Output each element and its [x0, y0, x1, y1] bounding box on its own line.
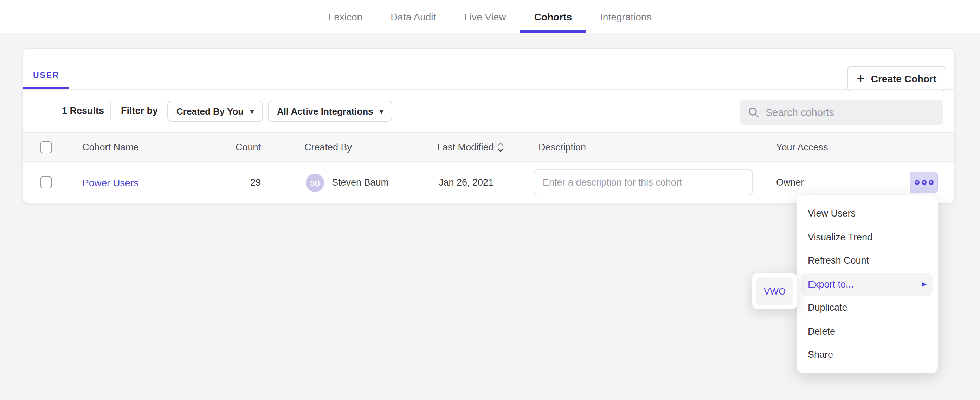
last-modified-label: Last Modified: [437, 142, 494, 153]
submenu-arrow-icon: ▶: [922, 281, 927, 288]
more-options-icon: [928, 180, 933, 185]
top-nav: Lexicon Data Audit Live View Cohorts Int…: [0, 0, 980, 33]
last-modified-date: Jan 26, 2021: [439, 177, 493, 188]
create-cohort-button[interactable]: + Create Cohort: [847, 66, 946, 91]
menu-item-delete[interactable]: Delete: [797, 320, 938, 343]
integrations-filter-dropdown[interactable]: All Active Integrations ▾: [268, 100, 392, 122]
sort-icon[interactable]: [497, 142, 504, 153]
search-cohorts-input[interactable]: [765, 107, 935, 118]
column-header-cohort-name[interactable]: Cohort Name: [82, 142, 139, 153]
cohorts-panel: USER + Create Cohort 1 Results Filter by…: [22, 48, 955, 203]
menu-item-duplicate[interactable]: Duplicate: [797, 296, 938, 320]
results-count: 1 Results: [62, 105, 104, 116]
menu-item-export-to[interactable]: Export to... ▶: [802, 273, 933, 296]
column-header-count[interactable]: Count: [212, 142, 261, 153]
tab-user[interactable]: USER: [23, 63, 68, 90]
tab-cohorts[interactable]: Cohorts: [520, 0, 586, 33]
export-to-label: Export to...: [808, 279, 854, 290]
menu-item-refresh-count[interactable]: Refresh Count: [797, 249, 938, 273]
created-by-filter-dropdown[interactable]: Created By You ▾: [167, 100, 263, 122]
cohort-name-link[interactable]: Power Users: [82, 177, 138, 188]
caret-down-icon: ▾: [250, 107, 254, 115]
page: Lexicon Data Audit Live View Cohorts Int…: [0, 0, 980, 400]
table-header-row: Cohort Name Count Created By Last Modifi…: [23, 132, 954, 162]
tab-integrations[interactable]: Integrations: [586, 0, 665, 33]
row-actions-button[interactable]: [910, 172, 938, 193]
avatar: SB: [306, 174, 324, 192]
search-cohorts-box: [740, 100, 943, 125]
column-header-last-modified[interactable]: Last Modified: [437, 142, 504, 153]
created-by-name: Steven Baum: [332, 177, 389, 188]
caret-down-icon: ▾: [380, 107, 383, 115]
description-input[interactable]: [543, 177, 744, 188]
cohort-count: 29: [212, 177, 261, 188]
search-icon: [748, 107, 759, 118]
more-options-icon: [921, 180, 926, 185]
menu-item-visualize-trend[interactable]: Visualize Trend: [797, 225, 938, 249]
menu-item-share[interactable]: Share: [797, 343, 938, 367]
submenu-item-vwo[interactable]: VWO: [756, 277, 793, 305]
access-value: Owner: [776, 177, 804, 188]
export-submenu: VWO: [752, 273, 797, 309]
create-cohort-label: Create Cohort: [871, 73, 937, 84]
integrations-filter-label: All Active Integrations: [277, 106, 373, 116]
more-options-icon: [914, 180, 919, 185]
created-by-filter-label: Created By You: [177, 106, 243, 116]
plus-icon: +: [857, 71, 865, 85]
row-checkbox[interactable]: [40, 177, 52, 188]
tab-data-audit[interactable]: Data Audit: [377, 0, 450, 33]
tab-lexicon[interactable]: Lexicon: [315, 0, 377, 33]
menu-item-view-users[interactable]: View Users: [797, 202, 938, 225]
column-header-created-by[interactable]: Created By: [304, 142, 352, 153]
card-divider: [23, 89, 954, 90]
filter-by-label: Filter by: [121, 105, 158, 116]
vertical-divider: [110, 100, 111, 120]
column-header-your-access[interactable]: Your Access: [776, 142, 828, 153]
description-field-wrap: [534, 169, 753, 195]
row-actions-menu: View Users Visualize Trend Refresh Count…: [797, 195, 938, 373]
tab-live-view[interactable]: Live View: [450, 0, 520, 33]
column-header-description[interactable]: Description: [539, 142, 586, 153]
select-all-checkbox[interactable]: [40, 141, 52, 153]
